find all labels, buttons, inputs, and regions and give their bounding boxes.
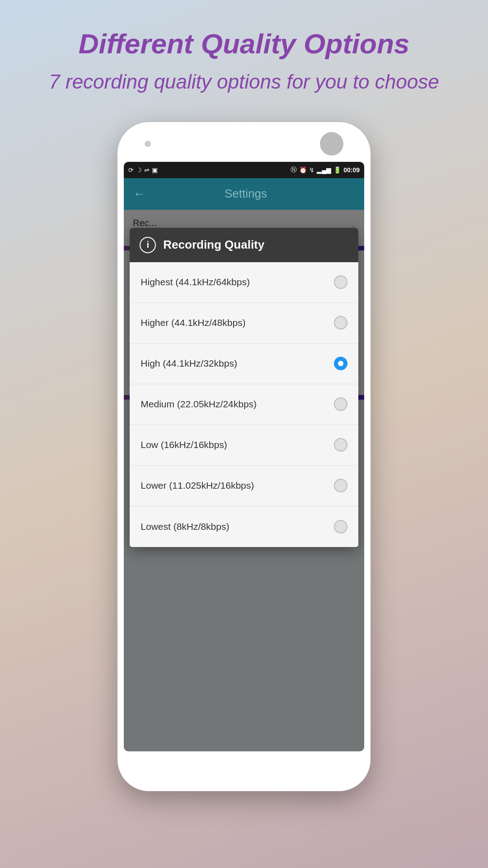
status-icon-alarm: ⏰ xyxy=(299,166,307,174)
radio-highest[interactable] xyxy=(334,275,347,289)
option-low[interactable]: Low (16kHz/16kbps) xyxy=(130,425,358,466)
toolbar-title: Settings xyxy=(155,187,337,201)
dialog-overlay: i Recording Quality Highest (44.1kHz/64k… xyxy=(124,210,364,751)
option-lowest[interactable]: Lowest (8kHz/8kbps) xyxy=(130,506,358,547)
status-time: 00:09 xyxy=(343,166,360,174)
status-icon-sync: ↯ xyxy=(309,166,314,174)
option-highest[interactable]: Highest (44.1kHz/64kbps) xyxy=(130,262,358,303)
status-icon-1: ⟳ xyxy=(128,166,134,174)
header-title: Different Quality Options xyxy=(49,27,439,61)
phone-camera xyxy=(145,141,151,147)
status-icon-n: Ⓝ xyxy=(291,166,297,174)
status-icon-3: ⇌ xyxy=(144,166,150,174)
status-left-icons: ⟳ ☽ ⇌ ▣ xyxy=(128,166,158,174)
status-icon-2: ☽ xyxy=(136,166,142,174)
radio-low[interactable] xyxy=(334,438,347,452)
option-medium-label: Medium (22.05kHz/24kbps) xyxy=(141,399,257,410)
dialog-title: Recording Quality xyxy=(163,238,264,252)
option-lower-label: Lower (11.025kHz/16kbps) xyxy=(141,480,254,491)
status-icon-battery: 🔋 xyxy=(333,166,341,174)
radio-high[interactable] xyxy=(334,357,347,370)
status-bar: ⟳ ☽ ⇌ ▣ Ⓝ ⏰ ↯ ▂▄▆ 🔋 00:09 xyxy=(124,162,364,178)
recording-quality-dialog: i Recording Quality Highest (44.1kHz/64k… xyxy=(130,228,358,547)
option-higher[interactable]: Higher (44.1kHz/48kbps) xyxy=(130,303,358,344)
option-highest-label: Highest (44.1kHz/64kbps) xyxy=(141,277,250,288)
option-medium[interactable]: Medium (22.05kHz/24kbps) xyxy=(130,384,358,425)
phone-speaker xyxy=(320,132,343,156)
header-section: Different Quality Options 7 recording qu… xyxy=(13,0,475,113)
header-subtitle: 7 recording quality options for you to c… xyxy=(49,69,439,94)
status-right-icons: Ⓝ ⏰ ↯ ▂▄▆ 🔋 00:09 xyxy=(291,166,360,174)
back-button[interactable]: ← xyxy=(133,187,145,201)
option-lower[interactable]: Lower (11.025kHz/16kbps) xyxy=(130,466,358,506)
option-low-label: Low (16kHz/16kbps) xyxy=(141,439,227,450)
status-icon-signal: ▂▄▆ xyxy=(317,166,331,174)
radio-medium[interactable] xyxy=(334,397,347,411)
status-icon-4: ▣ xyxy=(152,166,158,174)
option-lowest-label: Lowest (8kHz/8kbps) xyxy=(141,521,229,532)
option-higher-label: Higher (44.1kHz/48kbps) xyxy=(141,317,245,328)
phone-shell: ⟳ ☽ ⇌ ▣ Ⓝ ⏰ ↯ ▂▄▆ 🔋 00:09 ← Settings xyxy=(117,122,371,791)
phone-top xyxy=(117,132,371,156)
radio-higher[interactable] xyxy=(334,316,347,330)
settings-list: Rec... High › Rat... › Sha... › xyxy=(124,210,364,751)
radio-high-inner xyxy=(338,361,343,366)
radio-lowest[interactable] xyxy=(334,520,347,533)
app-toolbar: ← Settings xyxy=(124,178,364,210)
option-high[interactable]: High (44.1kHz/32kbps) xyxy=(130,344,358,384)
option-high-label: High (44.1kHz/32kbps) xyxy=(141,358,237,369)
dialog-header: i Recording Quality xyxy=(130,228,358,262)
radio-lower[interactable] xyxy=(334,479,347,492)
info-icon: i xyxy=(140,237,156,253)
phone-screen: ⟳ ☽ ⇌ ▣ Ⓝ ⏰ ↯ ▂▄▆ 🔋 00:09 ← Settings xyxy=(124,162,364,751)
